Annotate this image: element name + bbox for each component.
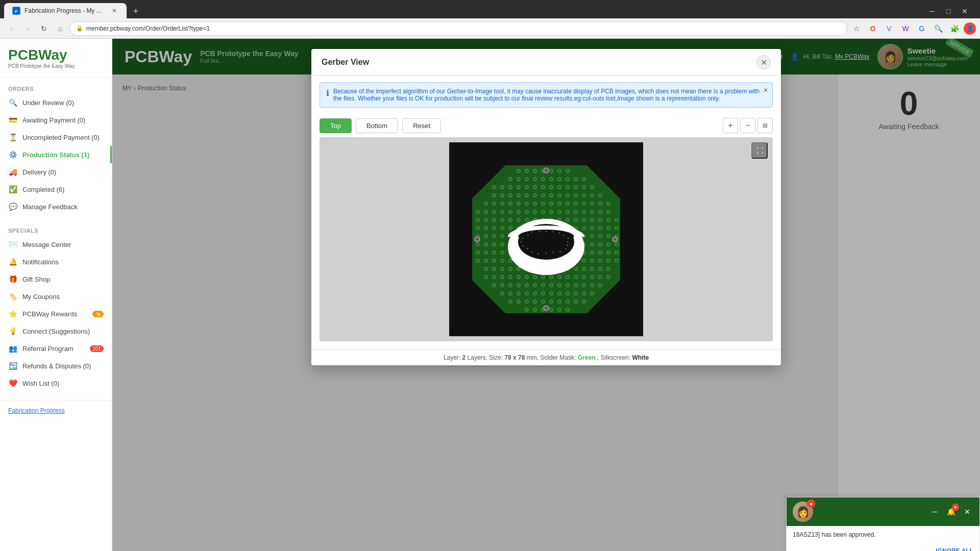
gift-shop-label: Gift Shop [22,276,50,283]
extensions-icon[interactable]: O [866,21,880,36]
modal-header: Gerber View ✕ [311,49,781,76]
sidebar-item-manage-feedback[interactable]: 💬 Manage Feedback [0,198,112,215]
user-profile-icon[interactable]: 👤 [964,22,976,35]
ignore-all-btn[interactable]: IGNORE ALL [936,547,973,551]
close-btn[interactable]: ✕ [958,4,972,18]
orders-section: ORDERS 🔍 Under Review (0) 💳 Awaiting Pay… [0,78,112,219]
connect-label: Connect (Suggestions) [22,328,90,335]
reset-btn[interactable]: Reset [402,118,441,133]
top-view-btn[interactable]: Top [320,118,352,133]
refunds-icon: ↩️ [8,361,17,370]
address-bar[interactable]: 🔒 member.pcbway.com/Order/OrderList?type… [69,21,847,36]
ext2-icon[interactable]: W [898,21,913,36]
notification-close-btn[interactable]: ✕ [961,506,973,518]
awaiting-payment-icon: 💳 [8,115,17,124]
notification-badge: ● [807,499,815,508]
sidebar-item-gift-shop[interactable]: 🎁 Gift Shop [0,270,112,288]
content-area: PCBWay PCB Prototype the Easy Way Full f… [112,39,980,551]
gift-shop-icon: 🎁 [8,274,17,284]
notification-minimize-btn[interactable]: ─ [928,506,941,518]
sidebar-item-awaiting-payment[interactable]: 💳 Awaiting Payment (0) [0,111,112,129]
alert-close-btn[interactable]: ✕ [763,87,768,94]
production-status-icon: ⚙️ [8,150,17,159]
bottom-view-btn[interactable]: Bottom [356,118,398,133]
notification-content: 18ASZ13] has been approved. [787,526,979,543]
connect-icon: 💡 [8,327,17,336]
modal-footer: Layer: 2 Layers, Size: 78 x 78 mm, Solde… [311,349,781,365]
browser-toolbar: ‹ › ↻ ⌂ 🔒 member.pcbway.com/Order/OrderL… [0,18,980,39]
sidebar-item-notifications[interactable]: 🔔 Notifications [0,253,112,270]
new-tab-button[interactable]: + [129,4,143,18]
under-review-label: Under Review (0) [22,99,74,107]
gerber-view-modal: Gerber View ✕ ℹ Because of the imperfect… [311,49,781,365]
fabrication-progress-link[interactable]: Fabrication Progress [8,407,65,414]
forward-btn[interactable]: › [20,21,35,36]
wish-list-label: Wish List (0) [22,380,59,387]
zoom-fit-btn[interactable]: ⊞ [757,118,773,133]
notification-actions: IGNORE ALL [787,543,979,551]
modal-title: Gerber View [322,58,369,67]
wish-list-icon: ❤️ [8,379,17,388]
notification-header-actions: ─ 🔔 ● ✕ [928,506,973,518]
notifications-label: Notifications [22,258,59,266]
vpn-icon[interactable]: V [882,21,896,36]
refresh-btn[interactable]: ↻ [37,21,51,36]
puzzle-icon[interactable]: 🧩 [947,21,962,36]
tab-title: Fabrication Progress - My Acco... [24,7,106,14]
minimize-btn[interactable]: ─ [925,4,939,18]
sidebar: PCBWay PCB Prototype the Easy Way ORDERS… [0,39,112,551]
silkscreen-value: White [632,354,649,361]
restore-btn[interactable]: □ [941,4,955,18]
sidebar-item-production-status[interactable]: ⚙️ Production Status (1) [0,146,112,163]
toolbar-icons: ☆ O V W G 🔍 🧩 👤 [849,21,976,36]
modal-alert: ℹ Because of the imperfect algorithm of … [320,82,773,108]
completed-label: Completed (6) [22,186,64,193]
zoom-controls: + − ⊞ [723,118,773,133]
production-status-label: Production Status (1) [22,151,89,159]
bookmark-icon[interactable]: ☆ [849,21,864,36]
home-btn[interactable]: ⌂ [53,21,67,36]
pcbway-rewards-icon: ⭐ [8,309,17,318]
notification-text: 18ASZ13] has been approved. [793,531,876,538]
pcbway-rewards-label: PCBWay Rewards [22,310,77,318]
search-icon[interactable]: 🔍 [931,21,945,36]
sidebar-item-pcbway-rewards[interactable]: ⭐ PCBWay Rewards 🏷️ [0,305,112,322]
browser-tabs: P Fabrication Progress - My Acco... ✕ + … [0,0,980,18]
sidebar-item-uncompleted-payment[interactable]: ⏳ Uncompleted Payment (0) [0,129,112,146]
layer-label: Layer: 2 Layers, Size: 78 x 78 mm, Solde… [444,354,578,361]
orders-section-title: ORDERS [0,82,112,94]
message-center-label: Message Center [22,241,71,248]
url-text: member.pcbway.com/Order/OrderList?type=1 [86,25,210,32]
sidebar-item-under-review[interactable]: 🔍 Under Review (0) [0,94,112,111]
tab-close-btn[interactable]: ✕ [110,7,118,15]
sidebar-logo: PCBWay PCB Prototype the Easy Way [0,39,112,78]
message-center-icon: ✉️ [8,240,17,249]
notification-bell-btn[interactable]: 🔔 ● [945,506,957,518]
referral-badge: 101 [90,345,104,352]
sidebar-item-completed[interactable]: ✅ Completed (6) [0,181,112,198]
solder-mask-value: Green [578,354,596,361]
specials-section: SPECIALS ✉️ Message Center 🔔 Notificatio… [0,219,112,396]
manage-feedback-icon: 💬 [8,202,17,211]
referral-label: Referral Program [22,345,74,353]
modal-close-btn[interactable]: ✕ [756,55,771,69]
sidebar-item-message-center[interactable]: ✉️ Message Center [0,236,112,253]
sidebar-item-connect[interactable]: 💡 Connect (Suggestions) [0,322,112,340]
my-coupons-icon: 🏷️ [8,292,17,301]
zoom-in-btn[interactable]: + [723,118,738,133]
sidebar-item-delivery[interactable]: 🚚 Delivery (0) [0,163,112,181]
sidebar-item-my-coupons[interactable]: 🏷️ My Coupons [0,288,112,305]
sidebar-item-refunds[interactable]: ↩️ Refunds & Disputes (0) [0,357,112,374]
logo-sub: PCB Prototype the Easy Way [8,63,104,69]
alert-info-icon: ℹ [326,88,329,98]
uncompleted-payment-label: Uncompleted Payment (0) [22,134,100,141]
completed-icon: ✅ [8,185,17,194]
notifications-icon: 🔔 [8,257,17,266]
back-btn[interactable]: ‹ [4,21,18,36]
ext3-icon[interactable]: G [915,21,929,36]
sidebar-item-referral[interactable]: 👥 Referral Program 101 [0,340,112,357]
modal-toolbar: Top Bottom Reset + − ⊞ [311,114,781,137]
sidebar-item-wish-list[interactable]: ❤️ Wish List (0) [0,374,112,392]
active-tab[interactable]: P Fabrication Progress - My Acco... ✕ [4,3,127,18]
zoom-out-btn[interactable]: − [740,118,755,133]
